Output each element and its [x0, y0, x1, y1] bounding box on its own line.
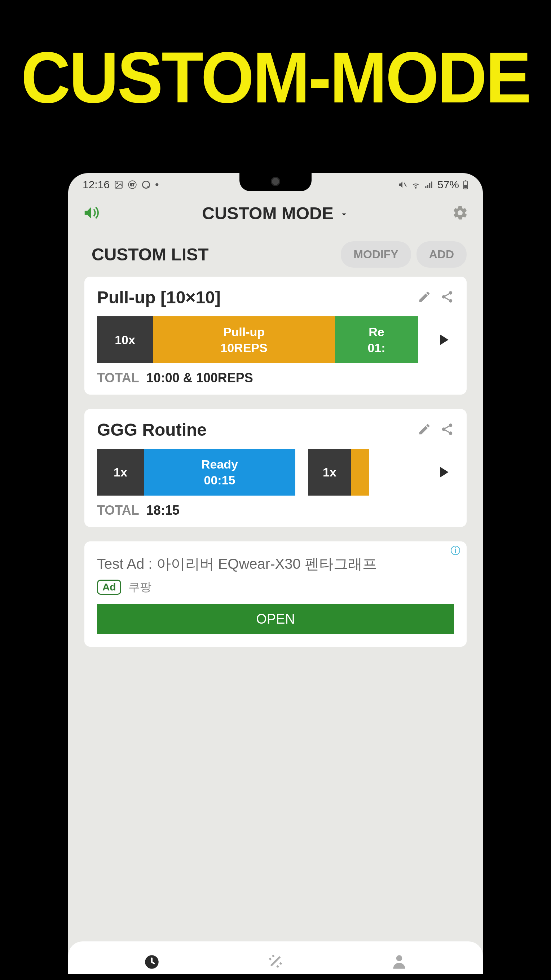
svg-point-1: [117, 183, 118, 184]
edit-icon[interactable]: [418, 290, 431, 305]
block-exercise-sm: [351, 449, 369, 496]
chevron-down-icon: [339, 204, 349, 223]
workout-title: GGG Routine: [97, 420, 206, 440]
svg-point-16: [442, 295, 446, 299]
svg-rect-9: [427, 185, 429, 188]
workout-total: TOTAL 10:00 & 100REPS: [97, 371, 454, 386]
block-count: 1x: [308, 449, 351, 496]
wifi-icon: [411, 180, 421, 189]
modify-button[interactable]: MODIFY: [341, 241, 411, 267]
svg-point-20: [449, 423, 453, 427]
ad-card: i Test Ad : 아이리버 EQwear-X30 펜타그래프 Ad 쿠팡 …: [84, 541, 467, 647]
ad-badge: Ad: [97, 580, 121, 595]
share-icon[interactable]: [440, 422, 454, 438]
svg-point-22: [449, 431, 453, 435]
image-icon: [114, 180, 123, 189]
promo-title: CUSTOM-MODE: [14, 0, 537, 119]
play-button[interactable]: [432, 460, 454, 485]
workout-card-pullup: Pull-up [10×10] 10x Pull-up: [84, 277, 467, 395]
volume-icon[interactable]: [83, 205, 99, 223]
status-battery: 57%: [437, 178, 459, 191]
workout-title: Pull-up [10×10]: [97, 288, 221, 307]
svg-line-23: [445, 426, 449, 428]
status-time: 12:16: [83, 178, 110, 191]
mute-icon: [398, 180, 407, 189]
block-ready: Ready 00:15: [144, 449, 295, 496]
block-exercise: Pull-up 10REPS: [153, 316, 335, 363]
edit-icon[interactable]: [418, 422, 431, 438]
nav-profile-icon[interactable]: [390, 952, 408, 974]
nav-workout-icon[interactable]: [267, 952, 284, 974]
svg-line-19: [445, 298, 449, 300]
svg-point-21: [442, 428, 446, 431]
svg-line-24: [445, 430, 449, 432]
svg-point-17: [449, 299, 453, 302]
ad-source: 쿠팡: [129, 579, 151, 595]
ad-info-icon[interactable]: i: [451, 546, 460, 555]
header-title-text: CUSTOM MODE: [202, 204, 333, 223]
add-button[interactable]: ADD: [416, 241, 467, 267]
workout-card-ggg: GGG Routine 1x Ready: [84, 409, 467, 527]
phone-frame: 12:16 57 •: [57, 162, 494, 980]
nav-timer-icon[interactable]: [143, 952, 161, 974]
svg-rect-8: [425, 186, 426, 188]
block-rest: Re 01:: [335, 316, 418, 363]
bottom-nav: [68, 942, 483, 974]
mode-selector[interactable]: CUSTOM MODE: [202, 204, 349, 223]
svg-line-6: [404, 183, 407, 187]
svg-rect-11: [431, 181, 432, 188]
speed-icon: 57: [128, 180, 137, 189]
workout-blocks[interactable]: 1x Ready 00:15 1x: [97, 449, 418, 496]
play-button[interactable]: [432, 327, 454, 352]
block-count: 10x: [97, 316, 153, 363]
phone-notch: [240, 173, 311, 191]
list-header: CUSTOM LIST MODIFY ADD: [68, 234, 483, 277]
svg-rect-10: [429, 183, 430, 188]
svg-text:57: 57: [130, 183, 135, 187]
svg-rect-14: [465, 180, 466, 181]
svg-point-26: [396, 955, 402, 961]
ad-open-button[interactable]: OPEN: [97, 604, 454, 634]
dot-icon: •: [155, 178, 159, 191]
phone-screen: 12:16 57 •: [68, 173, 483, 974]
q-icon: [141, 180, 151, 189]
workout-blocks[interactable]: 10x Pull-up 10REPS Re 01:: [97, 316, 418, 363]
gear-icon[interactable]: [452, 205, 468, 223]
svg-point-15: [449, 291, 453, 295]
workout-total: TOTAL 18:15: [97, 503, 454, 518]
share-icon[interactable]: [440, 290, 454, 305]
signal-icon: [424, 180, 434, 189]
app-header: CUSTOM MODE: [68, 194, 483, 234]
block-count: 1x: [97, 449, 144, 496]
list-title: CUSTOM LIST: [92, 245, 208, 264]
ad-title: Test Ad : 아이리버 EQwear-X30 펜타그래프: [97, 554, 454, 574]
svg-line-18: [445, 294, 449, 296]
svg-point-7: [415, 188, 416, 188]
battery-icon: [463, 180, 468, 189]
svg-rect-13: [464, 185, 467, 188]
